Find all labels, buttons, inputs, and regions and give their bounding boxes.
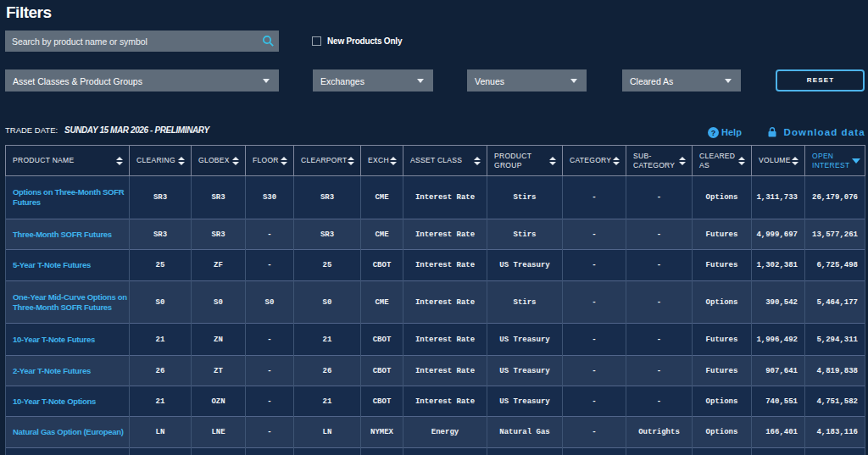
svg-text:?: ? [711, 129, 716, 137]
